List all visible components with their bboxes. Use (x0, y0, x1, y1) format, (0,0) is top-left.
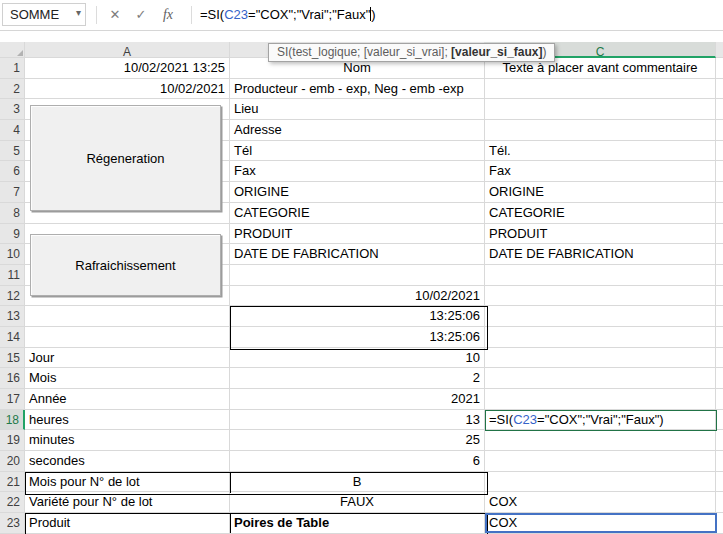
regeneration-button[interactable]: Régeneration (30, 105, 221, 211)
cell-D21[interactable] (716, 472, 723, 493)
col-header-A[interactable]: A (25, 42, 230, 58)
cell-D19[interactable] (716, 430, 723, 451)
cell-C11[interactable] (485, 265, 716, 286)
cell-D13[interactable] (716, 306, 723, 327)
insert-function-button[interactable]: fx (156, 4, 180, 26)
cell-D5[interactable] (716, 141, 723, 162)
enter-button[interactable]: ✓ (129, 4, 153, 26)
col-header-D[interactable] (716, 42, 723, 58)
cell-A13[interactable] (25, 306, 230, 327)
row-header-8[interactable]: 8 (0, 203, 25, 224)
cell-D15[interactable] (716, 348, 723, 369)
cell-B4[interactable]: Adresse (230, 120, 485, 141)
row-header-12[interactable]: 12 (0, 286, 25, 307)
row-header-14[interactable]: 14 (0, 327, 25, 348)
cell-B23[interactable]: Poires de Table (230, 513, 485, 534)
cell-C8[interactable]: CATEGORIE (485, 203, 716, 224)
cell-D12[interactable] (716, 286, 723, 307)
cell-D1[interactable] (716, 58, 723, 79)
row-header-17[interactable]: 17 (0, 389, 25, 410)
row-header-19[interactable]: 19 (0, 430, 25, 451)
cell-A22[interactable]: Variété pour N° de lot (25, 492, 230, 513)
row-header-4[interactable]: 4 (0, 120, 25, 141)
row-header-7[interactable]: 7 (0, 182, 25, 203)
cell-B11[interactable] (230, 265, 485, 286)
cell-C15[interactable] (485, 348, 716, 369)
cell-C20[interactable] (485, 451, 716, 472)
cell-B15[interactable]: 10 (230, 348, 485, 369)
row-header-11[interactable]: 11 (0, 265, 25, 286)
cell-D2[interactable] (716, 79, 723, 100)
cell-A1[interactable]: 10/02/2021 13:25 (25, 58, 230, 79)
cell-B19[interactable]: 25 (230, 430, 485, 451)
cell-C10[interactable]: DATE DE FABRICATION (485, 244, 716, 265)
cell-B5[interactable]: Tél (230, 141, 485, 162)
cell-A21[interactable]: Mois pour N° de lot (25, 472, 230, 493)
cell-D9[interactable] (716, 224, 723, 245)
cell-A23[interactable]: Produit (25, 513, 230, 534)
cell-C22[interactable]: COX (485, 492, 716, 513)
row-header-13[interactable]: 13 (0, 306, 25, 327)
row-header-2[interactable]: 2 (0, 79, 25, 100)
cell-C2[interactable] (485, 79, 716, 100)
cell-D8[interactable] (716, 203, 723, 224)
cell-B17[interactable]: 2021 (230, 389, 485, 410)
cell-D16[interactable] (716, 368, 723, 389)
cell-C3[interactable] (485, 99, 716, 120)
cell-C18-active-formula[interactable]: =SI(C23="COX";"Vrai";"Faux") (485, 410, 716, 431)
cell-B6[interactable]: Fax (230, 161, 485, 182)
cell-C5[interactable]: Tél. (485, 141, 716, 162)
cell-B2[interactable]: Producteur - emb - exp, Neg - emb -exp (230, 79, 485, 100)
cell-B21[interactable]: B (230, 472, 485, 493)
cancel-button[interactable]: ✕ (103, 4, 127, 26)
cell-B3[interactable]: Lieu (230, 99, 485, 120)
row-header-3[interactable]: 3 (0, 99, 25, 120)
cell-D20[interactable] (716, 451, 723, 472)
row-header-9[interactable]: 9 (0, 224, 25, 245)
cell-A16[interactable]: Mois (25, 368, 230, 389)
cell-B10[interactable]: DATE DE FABRICATION (230, 244, 485, 265)
chevron-down-icon[interactable]: ▾ (76, 7, 81, 18)
cell-A20[interactable]: secondes (25, 451, 230, 472)
row-header-6[interactable]: 6 (0, 161, 25, 182)
cell-C6[interactable]: Fax (485, 161, 716, 182)
cell-A18[interactable]: heures (25, 410, 230, 431)
row-header-1[interactable]: 1 (0, 58, 25, 79)
cell-B7[interactable]: ORIGINE (230, 182, 485, 203)
cell-C21[interactable] (485, 472, 716, 493)
cell-D3[interactable] (716, 99, 723, 120)
cell-C7[interactable]: ORIGINE (485, 182, 716, 203)
cell-A19[interactable]: minutes (25, 430, 230, 451)
cell-C12[interactable] (485, 286, 716, 307)
cell-C17[interactable] (485, 389, 716, 410)
cell-D4[interactable] (716, 120, 723, 141)
cell-C13[interactable] (485, 306, 716, 327)
cell-D17[interactable] (716, 389, 723, 410)
row-header-22[interactable]: 22 (0, 492, 25, 513)
cell-B12[interactable]: 10/02/2021 (230, 286, 485, 307)
row-header-10[interactable]: 10 (0, 244, 25, 265)
cell-D6[interactable] (716, 161, 723, 182)
cell-D23[interactable] (716, 513, 723, 534)
row-header-18[interactable]: 18 (0, 410, 25, 431)
cell-B16[interactable]: 2 (230, 368, 485, 389)
cell-B8[interactable]: CATEGORIE (230, 203, 485, 224)
cell-D22[interactable] (716, 492, 723, 513)
cell-A17[interactable]: Année (25, 389, 230, 410)
formula-input[interactable]: =SI(C23="COX";"Vrai";"Faux") (200, 0, 376, 30)
cell-B18[interactable]: 13 (230, 410, 485, 431)
cell-D11[interactable] (716, 265, 723, 286)
row-header-21[interactable]: 21 (0, 472, 25, 493)
cell-B14[interactable]: 13:25:06 (230, 327, 485, 348)
cell-D10[interactable] (716, 244, 723, 265)
cell-D14[interactable] (716, 327, 723, 348)
cell-A2[interactable]: 10/02/2021 (25, 79, 230, 100)
rafraichissement-button[interactable]: Rafraichissement (30, 234, 221, 296)
cell-C16[interactable] (485, 368, 716, 389)
cell-B9[interactable]: PRODUIT (230, 224, 485, 245)
cell-C14[interactable] (485, 327, 716, 348)
name-box[interactable]: SOMME ▾ (2, 3, 86, 26)
cell-A15[interactable]: Jour (25, 348, 230, 369)
cell-B22[interactable]: FAUX (230, 492, 485, 513)
cell-C4[interactable] (485, 120, 716, 141)
